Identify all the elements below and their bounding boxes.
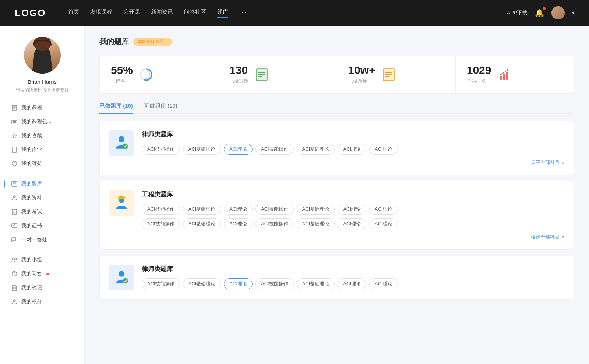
bank-tag[interactable]: ACI技能操作 xyxy=(255,278,294,289)
bank-tags-2-row2: ACI技能操作 ACI基础理论 ACI理论 ACI技能操作 ACI基础理论 AC… xyxy=(142,218,565,229)
bank-tag[interactable]: ACI理论 xyxy=(338,278,366,289)
bank-expand-1[interactable]: 展开全部科目 ∨ xyxy=(142,159,565,166)
bank-name-3: 律师类题库 xyxy=(142,265,565,273)
bank-body-3: 律师类题库 ACI技能操作 ACI基础理论 ACI理论 ACI技能操作 ACI基… xyxy=(142,265,565,289)
sidebar-item-courses[interactable]: 我的课程 xyxy=(4,101,81,115)
answers-notification-dot xyxy=(46,273,49,275)
svg-point-54 xyxy=(119,271,124,277)
stat-done-banks-icon xyxy=(381,67,396,82)
svg-rect-18 xyxy=(12,209,17,214)
bank-tag[interactable]: ACI理论 xyxy=(338,144,366,155)
sidebar-item-group[interactable]: 我的小组 xyxy=(4,253,81,267)
navbar: LOGO 首页 发现课程 公开课 新闻资讯 问答社区 题库 ··· APP下载 … xyxy=(0,0,589,26)
nav-link-bank[interactable]: 题库 xyxy=(217,8,228,18)
sidebar-label-question-bank: 我的题库 xyxy=(21,181,42,187)
bank-tag[interactable]: ACI理论 xyxy=(369,278,398,289)
bank-tag[interactable]: ACI理论 xyxy=(369,218,398,229)
sidebar-item-question-bank[interactable]: 我的题库 xyxy=(4,177,81,191)
stat-accuracy-label: 正确率 xyxy=(111,78,133,85)
sidebar-item-exam[interactable]: 我的考试 xyxy=(4,205,81,219)
nav-link-discover[interactable]: 发现课程 xyxy=(90,8,112,18)
stat-done-banks-label: 已做题库 xyxy=(348,78,375,85)
bank-expand-2[interactable]: 收起全部科目 ∧ xyxy=(142,234,565,240)
bank-tag[interactable]: ACI理论 xyxy=(224,218,253,229)
bank-tag[interactable]: ACI技能操作 xyxy=(255,144,294,155)
stats-row: 55% 正确率 130 已做试题 xyxy=(99,56,574,94)
bank-tag[interactable]: ACI技能操作 xyxy=(142,144,180,155)
sidebar-item-favorites[interactable]: ☆ 我的收藏 xyxy=(4,129,81,143)
svg-rect-8 xyxy=(14,121,15,123)
bank-tag[interactable]: ACI基础理论 xyxy=(297,278,335,289)
bank-tag[interactable]: ACI理论 xyxy=(369,204,398,215)
bank-tag-active[interactable]: ACI理论 xyxy=(224,278,253,289)
sidebar-item-notes[interactable]: 我的笔记 xyxy=(4,281,81,295)
app-download-link[interactable]: APP下载 xyxy=(507,10,528,16)
sidebar-label-qa: 我的答疑 xyxy=(21,160,42,167)
bank-name-1: 律师类题库 xyxy=(142,130,565,139)
user-avatar[interactable] xyxy=(551,6,565,19)
svg-rect-7 xyxy=(13,121,14,123)
bank-header-3: 律师类题库 ACI技能操作 ACI基础理论 ACI理论 ACI技能操作 ACI基… xyxy=(109,265,565,290)
nav-more[interactable]: ··· xyxy=(239,8,247,18)
sidebar-item-points[interactable]: 我的积分 xyxy=(4,295,81,309)
bank-tag[interactable]: ACI基础理论 xyxy=(297,218,335,229)
sidebar-item-certificate[interactable]: 我的证书 xyxy=(4,219,81,233)
bank-tag[interactable]: ACI技能操作 xyxy=(142,218,180,229)
sidebar-item-homework[interactable]: 我的作业 xyxy=(4,143,81,157)
tabs-row: 已做题库 (10) 可做题库 (10) xyxy=(99,103,574,114)
stat-done-questions-text: 130 已做试题 xyxy=(229,65,248,85)
bank-tag[interactable]: ACI理论 xyxy=(369,144,398,155)
tab-available-banks[interactable]: 可做题库 (10) xyxy=(144,103,177,113)
bank-tag[interactable]: ACI技能操作 xyxy=(255,218,294,229)
sidebar-item-course-package[interactable]: 我的课程包... xyxy=(4,115,81,129)
bank-tag[interactable]: ACI基础理论 xyxy=(297,204,335,215)
bank-tag[interactable]: ACI理论 xyxy=(338,204,366,215)
svg-point-17 xyxy=(13,196,15,198)
bank-tag-active[interactable]: ACI理论 xyxy=(224,144,253,155)
tab-done-banks[interactable]: 已做题库 (10) xyxy=(99,103,133,113)
svg-point-26 xyxy=(15,258,17,260)
homework-icon xyxy=(11,146,18,153)
bank-tag[interactable]: ACI理论 xyxy=(224,204,253,215)
user-menu-chevron[interactable]: ▾ xyxy=(572,10,574,15)
nav-link-open[interactable]: 公开课 xyxy=(123,8,140,18)
main-content: 我的题库 体验剩余23天！ 55% 正确率 xyxy=(85,26,589,364)
svg-rect-45 xyxy=(500,76,502,80)
nav-link-qa[interactable]: 问答社区 xyxy=(184,8,206,18)
notification-bell[interactable]: 🔔 xyxy=(535,8,544,17)
stat-accuracy-text: 55% 正确率 xyxy=(111,65,133,85)
svg-rect-46 xyxy=(503,74,505,80)
bank-card-lawyer-1: 律师类题库 ACI技能操作 ACI基础理论 ACI理论 ACI技能操作 ACI基… xyxy=(99,121,574,175)
bank-tag[interactable]: ACI技能操作 xyxy=(142,204,180,215)
sidebar-menu: 我的课程 我的课程包... ☆ 我的收藏 我的作业 ? xyxy=(0,101,84,309)
nav-link-news[interactable]: 新闻资讯 xyxy=(151,8,173,18)
points-icon xyxy=(11,299,18,305)
bank-header-2: 工程类题库 ACI技能操作 ACI基础理论 ACI理论 ACI技能操作 ACI基… xyxy=(109,190,565,240)
sidebar-label-exam: 我的考试 xyxy=(21,208,42,215)
svg-point-49 xyxy=(119,136,124,142)
bank-tag[interactable]: ACI基础理论 xyxy=(183,144,221,155)
stat-rank-text: 1029 全站排名 xyxy=(467,65,491,85)
nav-link-home[interactable]: 首页 xyxy=(68,8,79,18)
bank-icon-lawyer-1 xyxy=(109,130,134,156)
bank-tag[interactable]: ACI基础理论 xyxy=(183,204,221,215)
sidebar-item-answers[interactable]: ? 我的问答 xyxy=(4,267,81,281)
bank-tag[interactable]: ACI基础理论 xyxy=(297,144,335,155)
bank-tag[interactable]: ACI基础理论 xyxy=(183,278,221,289)
sidebar-label-group: 我的小组 xyxy=(21,257,42,263)
sidebar-label-answers: 我的问答 xyxy=(21,271,42,277)
svg-rect-21 xyxy=(12,224,17,227)
svg-point-55 xyxy=(123,278,128,283)
bank-tag[interactable]: ACI技能操作 xyxy=(142,278,180,289)
sidebar-item-one-on-one[interactable]: 一对一答疑 xyxy=(4,233,81,247)
sidebar-label-certificate: 我的证书 xyxy=(21,222,42,229)
bank-tag[interactable]: ACI基础理论 xyxy=(183,218,221,229)
sidebar-item-profile[interactable]: 我的资料 xyxy=(4,191,81,205)
exam-icon xyxy=(11,208,18,215)
bank-card-engineer: 工程类题库 ACI技能操作 ACI基础理论 ACI理论 ACI技能操作 ACI基… xyxy=(99,181,574,250)
bank-tag[interactable]: ACI理论 xyxy=(338,218,366,229)
bank-tag[interactable]: ACI技能操作 xyxy=(255,204,294,215)
bank-header-1: 律师类题库 ACI技能操作 ACI基础理论 ACI理论 ACI技能操作 ACI基… xyxy=(109,130,565,166)
sidebar-divider-1 xyxy=(4,174,65,174)
sidebar-item-qa[interactable]: ? 我的答疑 xyxy=(4,157,81,171)
